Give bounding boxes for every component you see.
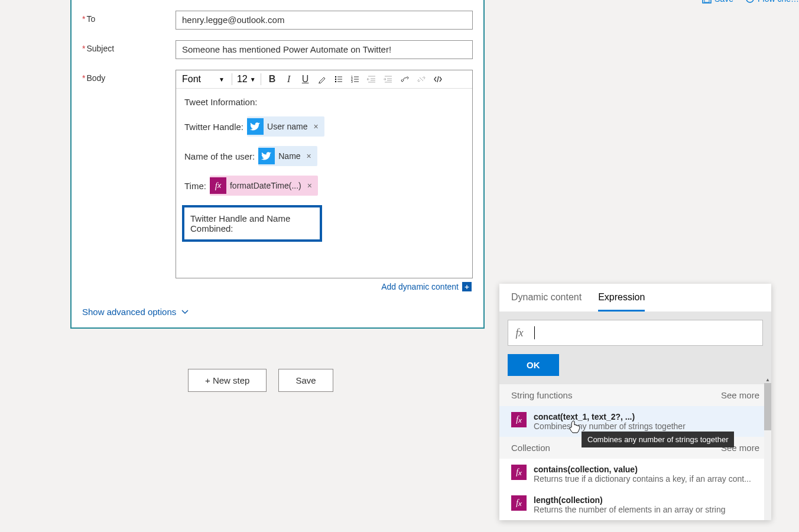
body-field: Font▼ 12▼ B I U 123 (176, 70, 473, 278)
rich-text-toolbar: Font▼ 12▼ B I U 123 (176, 70, 472, 89)
code-view-button[interactable] (431, 73, 444, 86)
svg-point-2 (746, 0, 753, 2)
combined-label: Twitter Handle and Name Combined: (190, 213, 290, 233)
fx-icon: fx (511, 412, 527, 427)
svg-point-4 (334, 76, 336, 77)
scroll-thumb[interactable] (764, 383, 771, 430)
subject-field[interactable]: Someone has mentioned Power Automate on … (176, 40, 473, 59)
chevron-down-icon (181, 308, 189, 316)
caret-down-icon: ▼ (219, 76, 225, 83)
new-step-button[interactable]: + New step (188, 369, 267, 392)
highlighted-text-box: Twitter Handle and Name Combined: (182, 205, 322, 242)
save-icon (702, 0, 712, 4)
color-button[interactable] (316, 73, 329, 86)
token-remove-icon[interactable]: × (305, 181, 314, 190)
fx-icon: fx (210, 177, 226, 194)
to-label: To (82, 11, 176, 24)
underline-button[interactable]: U (299, 73, 312, 86)
add-dynamic-plus-icon[interactable]: ＋ (462, 282, 472, 291)
token-remove-icon[interactable]: × (311, 122, 321, 131)
flow-icon (745, 0, 755, 4)
scroll-up-icon[interactable]: ▲ (764, 376, 771, 383)
see-more-link[interactable]: See more (721, 443, 759, 453)
svg-point-5 (334, 79, 336, 80)
indent-button[interactable] (382, 73, 395, 86)
outdent-button[interactable] (365, 73, 378, 86)
func-desc: Returns true if a dictionary contains a … (534, 474, 759, 484)
italic-button[interactable]: I (282, 73, 295, 86)
svg-text:3: 3 (351, 80, 353, 83)
ok-button[interactable]: OK (508, 354, 559, 376)
text-cursor (534, 326, 535, 339)
token-remove-icon[interactable]: × (304, 151, 314, 161)
expression-input[interactable]: fx (508, 320, 763, 346)
func-title: concat(text_1, text_2?, ...) (534, 412, 759, 421)
func-desc: Returns the number of elements in an arr… (534, 505, 759, 514)
save-button[interactable]: Save (278, 369, 333, 392)
to-field[interactable]: henry.legge@outlook.com (176, 11, 473, 30)
topbar-flow-label: Flow che… (758, 0, 799, 4)
topbar-save-label: Save (714, 0, 733, 4)
svg-rect-1 (704, 0, 709, 2)
tab-expression[interactable]: Expression (598, 292, 645, 312)
section-string-functions: String functions See more (499, 384, 771, 406)
numbered-list-button[interactable]: 123 (349, 73, 362, 86)
topbar-save[interactable]: Save (702, 0, 733, 4)
bold-button[interactable]: B (266, 73, 279, 86)
twitter-icon (258, 148, 275, 164)
add-dynamic-content-link[interactable]: Add dynamic content (381, 282, 459, 291)
caret-down-icon: ▼ (250, 76, 256, 83)
font-select[interactable]: Font▼ (180, 73, 227, 86)
unlink-button[interactable] (415, 73, 428, 86)
token-name[interactable]: Name × (258, 146, 317, 166)
name-label: Name of the user: (184, 151, 255, 161)
svg-rect-3 (319, 83, 321, 83)
body-label: Body (82, 70, 176, 83)
show-advanced-options-link[interactable]: Show advanced options (82, 307, 473, 317)
subject-label: Subject (82, 40, 176, 53)
fx-icon: fx (508, 327, 531, 339)
link-button[interactable] (398, 73, 411, 86)
token-user-name[interactable]: User name × (247, 116, 324, 137)
handle-label: Twitter Handle: (184, 122, 243, 132)
bullet-list-button[interactable] (332, 73, 345, 86)
body-editor[interactable]: Tweet Information: Twitter Handle: User … (176, 89, 472, 278)
func-length[interactable]: fx length(collection) Returns the number… (499, 489, 771, 520)
token-formatdatetime[interactable]: fx formatDateTime(...) × (210, 176, 318, 196)
email-action-card: To henry.legge@outlook.com Subject Someo… (70, 0, 485, 329)
font-size-select[interactable]: 12▼ (237, 74, 256, 85)
tab-dynamic-content[interactable]: Dynamic content (511, 292, 582, 312)
fx-icon: fx (511, 465, 527, 480)
func-title: contains(collection, value) (534, 465, 759, 474)
func-desc: Combines any number of strings together (534, 421, 759, 431)
time-label: Time: (184, 181, 206, 191)
svg-point-6 (334, 81, 336, 82)
section-collection: Collection See more (499, 437, 771, 459)
see-more-link[interactable]: See more (721, 390, 759, 400)
twitter-icon (247, 118, 264, 135)
body-text-line: Tweet Information: (184, 97, 464, 107)
panel-scrollbar[interactable]: ▲ (764, 383, 771, 520)
topbar-flow[interactable]: Flow che… (745, 0, 799, 4)
func-title: length(collection) (534, 495, 759, 505)
func-contains[interactable]: fx contains(collection, value) Returns t… (499, 459, 771, 489)
fx-icon: fx (511, 495, 527, 511)
func-concat[interactable]: fx concat(text_1, text_2?, ...) Combines… (499, 406, 771, 437)
dynamic-content-panel: Dynamic content Expression fx OK String … (499, 284, 771, 520)
